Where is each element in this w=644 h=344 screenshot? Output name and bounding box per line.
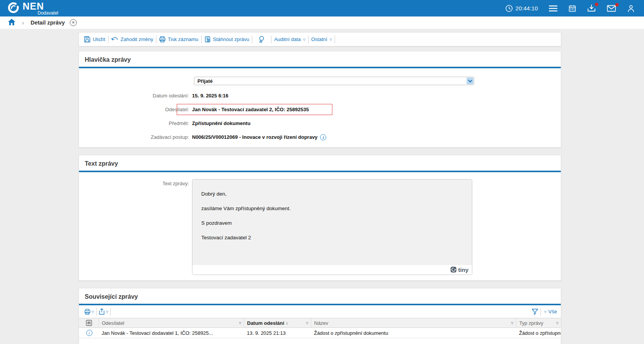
breadcrumb-chevron-icon: ›	[22, 20, 24, 26]
grid-toolbar: ▽ ▽ ▽ Vše	[79, 305, 561, 318]
section-title: Související zprávy	[79, 288, 561, 300]
audit-data-menu[interactable]: Auditní data ▽	[271, 36, 308, 42]
column-header-sender[interactable]: Odesílatel ▽	[99, 318, 244, 328]
toolbar-divider	[110, 308, 111, 316]
tinymce-logo-icon	[450, 267, 457, 273]
nen-logo-icon	[8, 2, 19, 15]
action-toolbar: Uložit Zahodit změny Tisk záznamu Stáhno…	[79, 32, 561, 46]
field-row-subject: Předmět: Zpřístupnění dokumentu	[79, 120, 561, 127]
brand-subtitle: Dodavatel	[38, 11, 58, 15]
field-row-date-sent: Datum odeslání: 15. 9. 2025 6:16	[79, 92, 561, 99]
field-value: 15. 9. 2025 6:16	[192, 93, 228, 99]
dropdown-triangle-icon: ▽	[330, 38, 332, 41]
row-info-icon[interactable]: i	[86, 330, 92, 336]
other-label: Ostatní	[311, 36, 327, 42]
editor-status-bar: tiny	[192, 264, 472, 275]
message-line: Testovací zadavatel 2	[201, 235, 472, 240]
audit-data-label: Auditní data	[274, 36, 301, 42]
field-label: Zadávací postup:	[79, 134, 192, 140]
column-label: Odesílatel	[102, 320, 125, 326]
dropdown-triangle-icon: ▽	[303, 38, 306, 41]
cell-name: Žádost o zpřístupnění dokumentu	[311, 328, 516, 338]
sort-descending-icon[interactable]: ↓	[286, 320, 288, 326]
cell-type: Žádost o zpřístupnění dokumentu	[516, 328, 561, 338]
section-rule	[79, 67, 561, 68]
section-title: Text zprávy	[79, 155, 561, 167]
downloads-notification-badge	[595, 3, 598, 6]
grid-export-button[interactable]: ▽	[97, 308, 110, 315]
field-row-sender: Odesílatel: Jan Novák - Testovací zadava…	[79, 106, 561, 113]
breadcrumb: › Detail zprávy ✕	[0, 16, 644, 29]
mail-icon[interactable]	[607, 5, 616, 12]
home-icon[interactable]	[8, 19, 15, 27]
server-time: 20:44:10	[516, 5, 538, 12]
folder-select-chevron-icon[interactable]	[467, 77, 473, 84]
column-label: Typ zprávy	[519, 320, 544, 326]
field-label: Datum odeslání:	[79, 93, 192, 99]
signatures-seal-icon[interactable]	[252, 36, 271, 43]
message-header-section: Hlavička zprávy Přijaté Datum odeslání: …	[79, 51, 561, 148]
calendar-icon[interactable]	[568, 5, 576, 12]
other-menu[interactable]: Ostatní ▽	[309, 36, 335, 42]
cell-sender: Jan Novák - Testovací dodavatel 1, IČO: …	[99, 328, 244, 338]
close-tab-icon[interactable]: ✕	[70, 19, 77, 26]
column-filter-icon[interactable]: ▽	[556, 321, 559, 325]
filter-all-label: Vše	[549, 309, 557, 314]
editor-content: Dobrý den, zasíláme Vám zpřístupněný dok…	[192, 179, 472, 264]
folder-select-value: Přijaté	[197, 78, 213, 84]
column-settings-header[interactable]	[79, 318, 99, 328]
tinymce-brand-label: tiny	[458, 267, 468, 273]
dropdown-triangle-icon: ▽	[544, 311, 546, 314]
column-header-type[interactable]: Typ zprávy ▽	[516, 318, 561, 328]
download-message-button[interactable]: Stáhnout zprávu	[202, 36, 252, 43]
discard-changes-button[interactable]: Zahodit změny	[108, 36, 156, 42]
related-messages-table: Odesílatel ▽ Datum odeslání ↓ ▽ Název ▽	[79, 318, 561, 338]
mail-notification-badge	[615, 3, 619, 7]
field-value: Jan Novák - Testovací zadavatel 2, IČO: …	[192, 107, 309, 112]
app-logo[interactable]: NEN Dodavatel	[8, 2, 58, 15]
field-value: N006/25/V00012069 - Inovace v rozvoji ří…	[192, 134, 317, 140]
field-label: Odesílatel:	[79, 107, 192, 112]
message-line: Dobrý den,	[201, 191, 472, 197]
field-row-procedure: Zadávací postup: N006/25/V00012069 - Ino…	[79, 134, 561, 140]
column-header-date[interactable]: Datum odeslání ↓ ▽	[244, 318, 311, 328]
download-label: Stáhnout zprávu	[213, 36, 250, 42]
message-text-label: Text zprávy:	[79, 179, 192, 275]
field-value: Zpřístupnění dokumentu	[192, 120, 250, 126]
table-header-row: Odesílatel ▽ Datum odeslání ↓ ▽ Název ▽	[79, 318, 561, 328]
grid-filter-icon[interactable]	[529, 309, 540, 315]
page-title[interactable]: Detail zprávy	[31, 20, 65, 26]
column-filter-icon[interactable]: ▽	[511, 321, 513, 325]
table-row[interactable]: i Jan Novák - Testovací dodavatel 1, IČO…	[79, 328, 561, 338]
message-line: zasíláme Vám zpřístupněný dokument.	[201, 206, 472, 211]
user-profile-icon[interactable]	[627, 5, 635, 12]
grid-print-button[interactable]: ▽	[82, 309, 96, 315]
column-settings-icon	[82, 320, 96, 326]
column-filter-icon[interactable]: ▽	[306, 321, 308, 325]
related-messages-section: Související zprávy ▽ ▽	[79, 288, 561, 344]
message-text-section: Text zprávy Text zprávy: Dobrý den, zasí…	[79, 155, 561, 281]
downloads-icon[interactable]	[587, 5, 596, 12]
brand-name: NEN	[23, 2, 58, 11]
folder-select[interactable]: Přijaté	[194, 77, 474, 85]
filter-all-dropdown[interactable]: ▽ Vše	[544, 309, 557, 314]
column-label: Název	[314, 320, 329, 326]
tinymce-brand[interactable]: tiny	[450, 267, 468, 273]
save-label: Uložit	[93, 36, 105, 42]
clock-icon	[505, 5, 513, 12]
main-content: Uložit Zahodit změny Tisk záznamu Stáhno…	[0, 29, 644, 344]
cell-date: 13. 9. 2025 21:13	[244, 328, 311, 338]
menu-icon[interactable]	[549, 5, 557, 12]
message-line: S pozdravem	[201, 220, 472, 226]
discard-label: Zahodit změny	[121, 36, 153, 42]
toolbar-divider	[335, 36, 335, 43]
field-label: Předmět:	[79, 120, 192, 126]
save-button[interactable]: Uložit	[81, 36, 108, 43]
column-filter-icon[interactable]: ▽	[239, 321, 241, 325]
column-header-name[interactable]: Název ▽	[311, 318, 516, 328]
message-text-editor[interactable]: Dobrý den, zasíláme Vám zpřístupněný dok…	[192, 179, 472, 275]
top-bar: NEN Dodavatel 20:44:10	[0, 0, 644, 16]
print-record-button[interactable]: Tisk záznamu	[156, 36, 201, 43]
procedure-info-icon[interactable]: i	[320, 134, 326, 140]
print-label: Tisk záznamu	[168, 36, 199, 42]
